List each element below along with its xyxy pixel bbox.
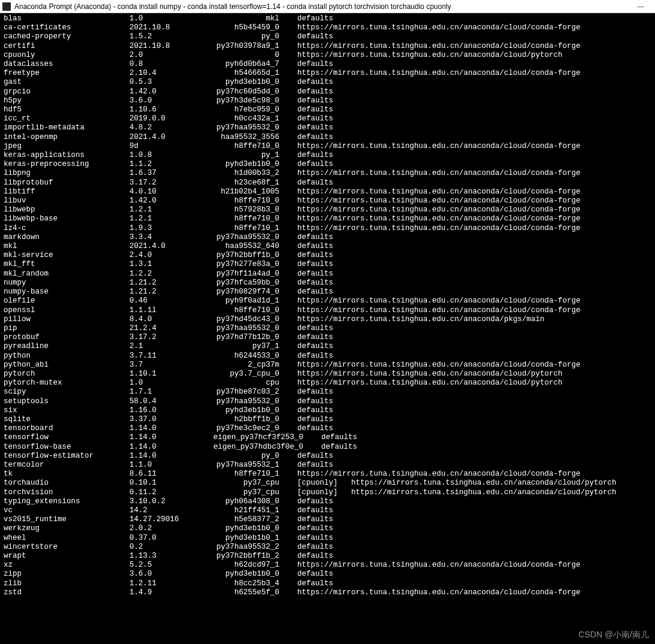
package-build: py37haa95532_1 bbox=[201, 461, 297, 470]
package-version: 0.10.1 bbox=[129, 479, 201, 488]
package-channel: defaults bbox=[297, 570, 651, 579]
terminal-output: blas1.0mkldefaultsca-certificates2021.10… bbox=[0, 13, 655, 598]
package-channel: defaults bbox=[297, 543, 651, 552]
package-build: py_0 bbox=[201, 32, 297, 41]
package-version: 14.2 bbox=[129, 506, 201, 515]
package-build: py37hc60d5dd_0 bbox=[201, 87, 297, 96]
package-version: 0.5.3 bbox=[129, 78, 201, 87]
package-row: mkl-service2.4.0py37h2bbff1b_0defaults bbox=[4, 251, 651, 260]
package-build: pyhd3eb1b0_0 bbox=[201, 406, 297, 415]
package-name: tensorboard bbox=[4, 424, 129, 433]
package-version: 1.6.37 bbox=[129, 169, 201, 178]
package-name: zipp bbox=[4, 570, 129, 579]
package-build: h546665d_1 bbox=[201, 69, 297, 78]
package-name: libtiff bbox=[4, 188, 129, 196]
package-version: 1.5.2 bbox=[129, 32, 201, 41]
package-channel: https://mirrors.tuna.tsinghua.edu.cn/ana… bbox=[297, 297, 651, 306]
package-build: pyhd3eb1b0_0 bbox=[201, 78, 297, 87]
package-version: 1.42.0 bbox=[129, 196, 201, 205]
package-build: h8ffe710_1 bbox=[201, 224, 297, 233]
package-build: py37h3de5c98_0 bbox=[201, 96, 297, 105]
package-version: 1.3.1 bbox=[129, 260, 201, 269]
package-build: 0 bbox=[201, 51, 297, 60]
package-version: 2019.0.0 bbox=[129, 114, 201, 123]
package-build: cpu bbox=[201, 379, 297, 388]
package-name: icc_rt bbox=[4, 114, 129, 123]
package-row: openssl1.1.1lh8ffe710_0https://mirrors.t… bbox=[4, 306, 651, 315]
package-build: h21ff451_1 bbox=[201, 506, 297, 515]
package-channel: defaults bbox=[297, 151, 651, 160]
watermark-text: CSDN @小南/南儿 bbox=[578, 630, 649, 640]
package-name: xz bbox=[4, 561, 129, 570]
package-build: h62dcd97_1 bbox=[201, 561, 297, 570]
package-row: markdown3.3.4py37haa95532_0defaults bbox=[4, 233, 651, 242]
package-version: 5.2.5 bbox=[129, 561, 201, 570]
package-version: 1.14.0 bbox=[129, 452, 201, 461]
package-row: cached-property1.5.2py_0defaults bbox=[4, 32, 651, 41]
package-channel: defaults bbox=[297, 32, 651, 41]
package-name: six bbox=[4, 406, 129, 415]
package-name: tensorflow-base bbox=[4, 443, 129, 452]
package-row: libuv1.42.0h8ffe710_0https://mirrors.tun… bbox=[4, 196, 651, 205]
package-name: keras-preprocessing bbox=[4, 160, 129, 169]
package-name: mkl_fft bbox=[4, 260, 129, 269]
package-build: py37h2bbff1b_2 bbox=[201, 552, 297, 561]
package-version: 1.1.2 bbox=[129, 160, 201, 169]
package-row: libprotobuf3.17.2h23ce68f_1defaults bbox=[4, 179, 651, 188]
package-row: freetype2.10.4h546665d_1https://mirrors.… bbox=[4, 69, 651, 78]
package-name: blas bbox=[4, 14, 129, 23]
package-build: h7ebc959_0 bbox=[201, 105, 297, 114]
package-version: 1.2.11 bbox=[129, 579, 201, 588]
package-build: py_1 bbox=[201, 151, 297, 160]
package-version: 1.2.1 bbox=[129, 214, 201, 223]
window-title: Anaconda Prompt (Anaconda) - conda insta… bbox=[14, 2, 629, 11]
package-channel: defaults bbox=[297, 114, 651, 123]
package-row: setuptools58.0.4py37haa95532_0defaults bbox=[4, 397, 651, 406]
package-build: pyh9f0ad1d_1 bbox=[201, 297, 297, 306]
package-row: mkl2021.4.0haa95532_640defaults bbox=[4, 242, 651, 251]
package-row: wincertstore0.2py37haa95532_2defaults bbox=[4, 543, 651, 552]
package-channel: https://mirrors.tuna.tsinghua.edu.cn/ana… bbox=[297, 196, 651, 205]
package-name: gast bbox=[4, 78, 129, 87]
app-icon bbox=[2, 2, 11, 11]
package-row: keras-applications1.0.8py_1defaults bbox=[4, 151, 651, 160]
package-row: wrapt1.13.3py37h2bbff1b_2defaults bbox=[4, 552, 651, 561]
package-version: 3.17.2 bbox=[129, 179, 201, 188]
package-version: 1.1.1l bbox=[129, 306, 201, 315]
package-build: py37haa95532_0 bbox=[201, 324, 297, 333]
package-channel: defaults bbox=[297, 415, 651, 424]
package-channel: defaults bbox=[297, 270, 651, 279]
package-build: pyhd3eb1b0_0 bbox=[201, 524, 297, 533]
package-name: h5py bbox=[4, 96, 129, 105]
package-build: eigen_py37hcf3f253_0 bbox=[201, 433, 321, 442]
package-version: 1.4.9 bbox=[129, 588, 201, 597]
package-name: cached-property bbox=[4, 32, 129, 41]
package-build: py37hd77b12b_0 bbox=[201, 333, 297, 342]
package-channel: https://mirrors.tuna.tsinghua.edu.cn/ana… bbox=[297, 561, 651, 570]
package-channel: https://mirrors.tuna.tsinghua.edu.cn/ana… bbox=[297, 361, 651, 370]
minimize-button[interactable]: — bbox=[629, 2, 653, 11]
package-row: pytorch-mutex1.0cpuhttps://mirrors.tuna.… bbox=[4, 379, 651, 388]
package-name: cpuonly bbox=[4, 51, 129, 60]
package-name: libwebp-base bbox=[4, 214, 129, 223]
package-build: h1d00b33_2 bbox=[201, 169, 297, 178]
package-channel: defaults bbox=[321, 443, 651, 452]
package-name: libprotobuf bbox=[4, 179, 129, 188]
package-build: mkl bbox=[201, 14, 297, 23]
package-name: libuv bbox=[4, 196, 129, 205]
package-channel: defaults bbox=[297, 461, 651, 470]
package-channel: defaults bbox=[297, 105, 651, 114]
package-channel: https://mirrors.tuna.tsinghua.edu.cn/ana… bbox=[297, 306, 651, 315]
package-name: pyreadline bbox=[4, 342, 129, 351]
package-name: certifi bbox=[4, 42, 129, 51]
package-row: keras-preprocessing1.1.2pyhd3eb1b0_0defa… bbox=[4, 160, 651, 169]
package-name: typing_extensions bbox=[4, 497, 129, 506]
package-name: freetype bbox=[4, 69, 129, 78]
package-row: mkl_random1.2.2py37hf11a4ad_0defaults bbox=[4, 270, 651, 279]
package-row: numpy-base1.21.2py37h0829f74_0defaults bbox=[4, 288, 651, 297]
package-build: h2bbff1b_0 bbox=[201, 415, 297, 424]
package-version: 1.1.0 bbox=[129, 461, 201, 470]
package-build: py37hbe87c03_2 bbox=[201, 388, 297, 397]
package-build: py37h2bbff1b_0 bbox=[201, 251, 297, 260]
package-channel: [cpuonly] https://mirrors.tuna.tsinghua.… bbox=[297, 488, 651, 497]
